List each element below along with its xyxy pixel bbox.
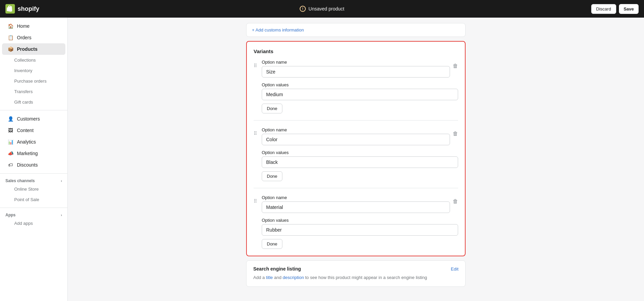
seo-description: Add a title and description to see how t…: [253, 274, 458, 281]
discounts-icon: 🏷: [7, 162, 14, 168]
header-actions: Discard Save: [591, 4, 639, 14]
customers-icon: 👤: [7, 116, 14, 122]
sidebar-collections-label: Collections: [14, 58, 36, 63]
option-values-label-0: Option values: [262, 82, 458, 87]
sidebar-item-marketing[interactable]: 📣 Marketing: [2, 148, 65, 159]
sidebar-content-label: Content: [17, 128, 34, 133]
option-name-label-0: Option name: [262, 60, 450, 65]
sidebar-item-online-store[interactable]: Online Store: [2, 184, 65, 194]
option-values-section-0: Option values Done: [254, 82, 458, 113]
unsaved-icon: !: [300, 6, 306, 12]
sidebar-online-store-label: Online Store: [14, 187, 39, 192]
drag-handle-1[interactable]: ⠿: [254, 127, 259, 136]
sidebar-item-transfers[interactable]: Transfers: [2, 86, 65, 97]
sidebar-marketing-label: Marketing: [17, 151, 38, 156]
products-icon: 📦: [7, 46, 14, 52]
sidebar-inventory-label: Inventory: [14, 68, 32, 73]
option-values-section-2: Option values Done: [254, 218, 458, 249]
sidebar-discounts-label: Discounts: [17, 162, 38, 168]
option-name-input-2[interactable]: [262, 201, 450, 213]
delete-option-1[interactable]: 🗑: [453, 127, 458, 137]
option-group-1: ⠿ Option name 🗑 Option values Done: [254, 127, 458, 188]
option-row-1: ⠿ Option name 🗑: [254, 127, 458, 145]
sidebar-divider-3: [0, 208, 67, 208]
sidebar-divider-2: [0, 173, 67, 174]
sidebar-item-content[interactable]: 🖼 Content: [2, 125, 65, 136]
seo-edit-link[interactable]: Edit: [451, 266, 458, 272]
option-fields-2: Option name: [262, 195, 450, 213]
option-group-2: ⠿ Option name 🗑 Option values Done: [254, 195, 458, 249]
sidebar-transfers-label: Transfers: [14, 89, 33, 94]
home-icon: 🏠: [7, 23, 14, 29]
sidebar-item-purchase-orders[interactable]: Purchase orders: [2, 76, 65, 86]
sidebar-item-home[interactable]: 🏠 Home: [2, 20, 65, 32]
option-name-label-1: Option name: [262, 127, 450, 132]
sidebar-gift-cards-label: Gift cards: [14, 100, 33, 105]
sidebar-sales-channels-label: Sales channels: [5, 178, 35, 183]
shopify-logo-icon: [5, 4, 15, 14]
orders-icon: 📋: [7, 35, 14, 41]
header-center: ! Unsaved product: [300, 6, 344, 12]
sidebar-orders-label: Orders: [17, 35, 31, 40]
option-group-0: ⠿ Option name 🗑 Option values Done: [254, 60, 458, 121]
variants-title: Variants: [254, 48, 458, 54]
chevron-right-icon-apps: ›: [61, 213, 62, 217]
save-button[interactable]: Save: [619, 4, 639, 14]
seo-title: Search engine listing: [253, 266, 301, 272]
option-row-2: ⠿ Option name 🗑: [254, 195, 458, 213]
sidebar-point-of-sale-label: Point of Sale: [14, 197, 39, 202]
chevron-right-icon: ›: [61, 179, 62, 183]
done-button-2[interactable]: Done: [262, 239, 282, 249]
discard-button[interactable]: Discard: [591, 4, 616, 14]
seo-card: Search engine listing Edit Add a title a…: [246, 260, 466, 287]
drag-handle-0[interactable]: ⠿: [254, 60, 259, 68]
sidebar-add-apps-label: Add apps: [14, 221, 33, 226]
sidebar-home-label: Home: [17, 23, 29, 29]
unsaved-label: Unsaved product: [308, 6, 344, 12]
sidebar-customers-label: Customers: [17, 116, 40, 122]
sidebar-apps-header: Apps ›: [0, 211, 67, 218]
content-wrapper: + Add customs information Variants ⠿ Opt…: [241, 23, 471, 287]
delete-option-0[interactable]: 🗑: [453, 60, 458, 69]
sidebar-item-customers[interactable]: 👤 Customers: [2, 113, 65, 125]
marketing-icon: 📣: [7, 150, 14, 156]
add-customs-link[interactable]: + Add customs information: [252, 27, 304, 33]
sidebar-item-discounts[interactable]: 🏷 Discounts: [2, 159, 65, 171]
option-name-input-1[interactable]: [262, 134, 450, 145]
sidebar-products-label: Products: [17, 46, 38, 52]
done-button-1[interactable]: Done: [262, 171, 282, 181]
option-fields-1: Option name: [262, 127, 450, 145]
shopify-logo-text: shopify: [18, 5, 39, 13]
drag-handle-2[interactable]: ⠿: [254, 195, 259, 204]
shopify-logo[interactable]: shopify: [5, 4, 39, 14]
option-values-label-2: Option values: [262, 218, 458, 223]
sidebar-item-analytics[interactable]: 📊 Analytics: [2, 136, 65, 148]
option-name-input-0[interactable]: [262, 66, 450, 78]
option-values-input-0[interactable]: [262, 89, 458, 100]
option-values-label-1: Option values: [262, 150, 458, 155]
seo-title-link[interactable]: title: [266, 275, 273, 280]
done-button-0[interactable]: Done: [262, 104, 282, 113]
option-name-label-2: Option name: [262, 195, 450, 200]
sidebar-item-point-of-sale[interactable]: Point of Sale: [2, 194, 65, 205]
sidebar-divider-1: [0, 110, 67, 110]
delete-option-2[interactable]: 🗑: [453, 195, 458, 205]
sidebar-item-collections[interactable]: Collections: [2, 55, 65, 65]
seo-desc-link[interactable]: description: [283, 275, 304, 280]
top-header: shopify ! Unsaved product Discard Save: [0, 0, 644, 18]
variants-card: Variants ⠿ Option name 🗑 Option values: [246, 41, 466, 256]
sidebar-item-add-apps[interactable]: Add apps: [2, 218, 65, 229]
add-customs-section: + Add customs information: [246, 23, 466, 37]
sidebar-item-products[interactable]: 📦 Products: [2, 43, 65, 55]
analytics-icon: 📊: [7, 139, 14, 145]
app-layout: 🏠 Home 📋 Orders 📦 Products Collections I…: [0, 18, 644, 301]
sidebar-item-orders[interactable]: 📋 Orders: [2, 32, 65, 43]
content-icon: 🖼: [7, 127, 14, 133]
sidebar-item-inventory[interactable]: Inventory: [2, 65, 65, 76]
sidebar-item-gift-cards[interactable]: Gift cards: [2, 97, 65, 107]
option-values-input-1[interactable]: [262, 156, 458, 168]
sidebar-analytics-label: Analytics: [17, 139, 36, 145]
option-values-input-2[interactable]: [262, 224, 458, 236]
seo-card-header: Search engine listing Edit: [253, 266, 458, 272]
option-row-0: ⠿ Option name 🗑: [254, 60, 458, 78]
